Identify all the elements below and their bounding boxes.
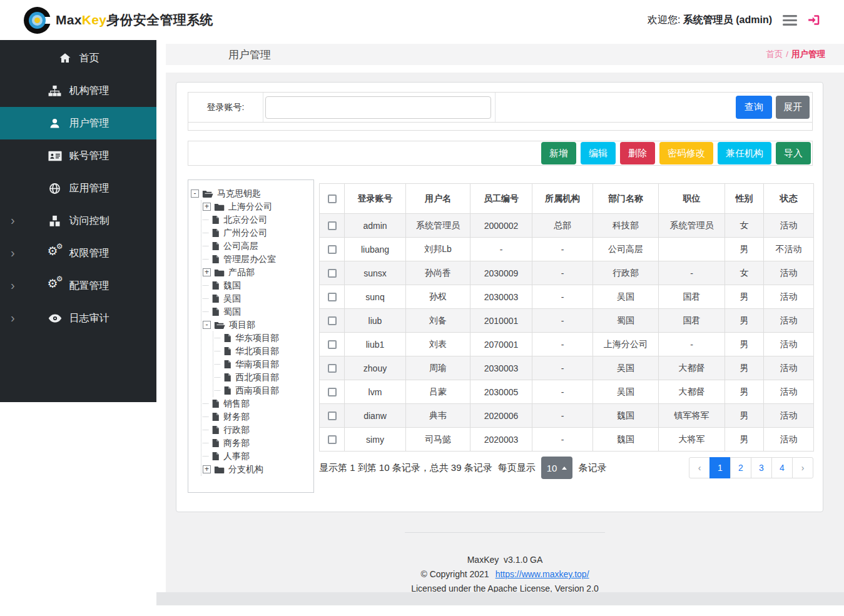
page-button-2[interactable]: 2 — [730, 457, 751, 478]
breadcrumb-home-link[interactable]: 首页 — [766, 49, 783, 59]
tree-node[interactable]: +产品部 — [203, 266, 311, 279]
sidebar-item-app[interactable]: 应用管理 — [0, 172, 156, 204]
table-row[interactable]: simy司马懿2020003-魏国大将军男活动 — [320, 428, 814, 452]
page-button-1[interactable]: 1 — [709, 457, 731, 478]
page-size-select[interactable]: 10 — [541, 457, 573, 479]
sidebar-item-access[interactable]: ›访问控制 — [0, 204, 156, 237]
tree-connector — [215, 390, 220, 391]
file-icon — [211, 255, 220, 264]
table-cell: - — [532, 333, 593, 356]
table-row[interactable]: sunsx孙尚香2030009-行政部-女活动 — [320, 261, 814, 285]
tree-node[interactable]: 广州分公司 — [203, 226, 311, 240]
row-checkbox[interactable] — [328, 316, 337, 325]
search-form: 登录账号: 查询 展开 — [188, 92, 813, 131]
file-icon — [211, 452, 220, 461]
row-checkbox[interactable] — [328, 245, 337, 254]
sidebar-item-label: 机构管理 — [69, 84, 109, 98]
table-row[interactable]: sunq孙权2030003-吴国国君男活动 — [320, 285, 814, 309]
edit-button[interactable]: 编辑 — [581, 142, 616, 164]
tree-node[interactable]: 财务部 — [203, 410, 311, 423]
next-page-button[interactable]: › — [792, 457, 813, 478]
tree-expander-icon[interactable]: + — [203, 465, 211, 473]
tree-node[interactable]: -马克思钥匙 — [191, 187, 311, 200]
tree-node[interactable]: +分支机构 — [203, 463, 311, 476]
row-checkbox[interactable] — [328, 435, 337, 444]
page-button-3[interactable]: 3 — [751, 457, 772, 478]
login-account-input[interactable] — [265, 96, 491, 119]
sidebar-item-home[interactable]: 首页 — [0, 42, 156, 74]
brand-logo[interactable]: MaxKey身份安全管理系统 — [24, 7, 213, 34]
tree-node[interactable]: 人事部 — [203, 450, 311, 463]
select-all-checkbox[interactable] — [328, 194, 337, 203]
sidebar-item-audit[interactable]: ›日志审计 — [0, 302, 156, 335]
sidebar-item-org[interactable]: 机构管理 — [0, 74, 156, 107]
sidebar-item-account[interactable]: 账号管理 — [0, 139, 156, 172]
tree-node[interactable]: 销售部 — [203, 397, 311, 410]
table-row[interactable]: zhouy周瑜2030003-吴国大都督男活动 — [320, 356, 814, 380]
footer-link[interactable]: https://www.maxkey.top/ — [496, 569, 589, 579]
tree-expander-icon[interactable]: - — [203, 321, 211, 329]
secondary-org-button[interactable]: 兼任机构 — [718, 142, 771, 164]
tree-node[interactable]: +上海分公司 — [203, 200, 311, 213]
sidebar-item-config[interactable]: ›⚙⚙配置管理 — [0, 270, 156, 302]
change-password-button[interactable]: 密码修改 — [659, 142, 713, 164]
delete-button[interactable]: 删除 — [620, 142, 655, 164]
tree-node-group: -项目部华东项目部华北项目部华南项目部西北项目部西南项目部 — [203, 318, 311, 397]
query-button[interactable]: 查询 — [736, 96, 772, 119]
table-row[interactable]: liub1刘表2070001-上海分公司-男活动 — [320, 333, 814, 356]
tree-connector — [203, 430, 208, 430]
row-checkbox[interactable] — [328, 340, 337, 349]
table-cell: 男 — [725, 428, 764, 452]
table-row[interactable]: dianw典韦2020006-魏国镇军将军男活动 — [320, 404, 814, 428]
sidebar-item-user[interactable]: 用户管理 — [0, 107, 156, 139]
row-checkbox[interactable] — [328, 269, 337, 278]
table-row[interactable]: liub刘备2010001-蜀国国君男活动 — [320, 309, 814, 333]
sidebar-item-permission[interactable]: ›⚙⚙权限管理 — [0, 237, 156, 270]
table-cell: liub1 — [345, 333, 406, 356]
pagination-row: 显示第 1 到第 10 条记录，总共 39 条记录 每页显示 10 条记录 ‹1… — [319, 457, 813, 479]
table-cell: 上海分公司 — [593, 333, 659, 356]
row-checkbox[interactable] — [328, 293, 337, 301]
tree-expander-icon[interactable]: + — [203, 203, 211, 211]
table-row[interactable]: admin系统管理员2000002总部科技部系统管理员女活动 — [320, 214, 814, 238]
table-cell: - — [532, 309, 593, 333]
tree-expander-icon[interactable]: - — [191, 189, 199, 198]
row-checkbox[interactable] — [328, 221, 337, 230]
tree-expander-icon[interactable]: + — [203, 268, 211, 276]
tree-node[interactable]: 魏国 — [203, 279, 311, 292]
tree-node[interactable]: 蜀国 — [203, 305, 311, 318]
row-checkbox[interactable] — [328, 412, 337, 420]
logout-icon[interactable] — [808, 14, 820, 26]
tree-node[interactable]: 华东项目部 — [215, 331, 311, 345]
table-cell: - — [532, 428, 593, 452]
import-button[interactable]: 导入 — [776, 142, 811, 164]
tree-connector — [215, 377, 220, 378]
tree-node[interactable]: 吴国 — [203, 292, 311, 305]
table-cell: 男 — [725, 380, 764, 404]
tree-node[interactable]: 商务部 — [203, 437, 311, 450]
page-button-4[interactable]: 4 — [771, 457, 793, 478]
tree-node[interactable]: 管理层办公室 — [203, 253, 311, 266]
row-checkbox[interactable] — [328, 364, 337, 373]
prev-page-button[interactable]: ‹ — [689, 457, 710, 478]
tree-node[interactable]: 华北项目部 — [215, 345, 311, 358]
menu-toggle-icon[interactable] — [783, 15, 797, 26]
tree-node[interactable]: 公司高层 — [203, 240, 311, 253]
add-button[interactable]: 新增 — [541, 142, 576, 164]
table-row[interactable]: liubang刘邦Lb--公司高层男不活动 — [320, 238, 814, 261]
tree-node[interactable]: 行政部 — [203, 423, 311, 437]
expand-button[interactable]: 展开 — [776, 96, 810, 119]
tree-node[interactable]: 北京分公司 — [203, 213, 311, 226]
table-row[interactable]: lvm吕蒙2030005-吴国大都督男活动 — [320, 380, 814, 404]
table-cell: lvm — [345, 380, 406, 404]
table-cell: - — [659, 261, 725, 285]
maxkey-logo-icon — [24, 7, 51, 34]
row-checkbox[interactable] — [328, 388, 337, 396]
tree-node-label: 分支机构 — [228, 464, 263, 475]
tree-node[interactable]: 华南项目部 — [215, 358, 311, 371]
tree-node[interactable]: 西南项目部 — [215, 384, 311, 397]
table-cell: - — [532, 285, 593, 309]
cubes-icon — [48, 215, 63, 227]
tree-node[interactable]: -项目部 — [203, 318, 311, 331]
tree-node[interactable]: 西北项目部 — [215, 371, 311, 384]
